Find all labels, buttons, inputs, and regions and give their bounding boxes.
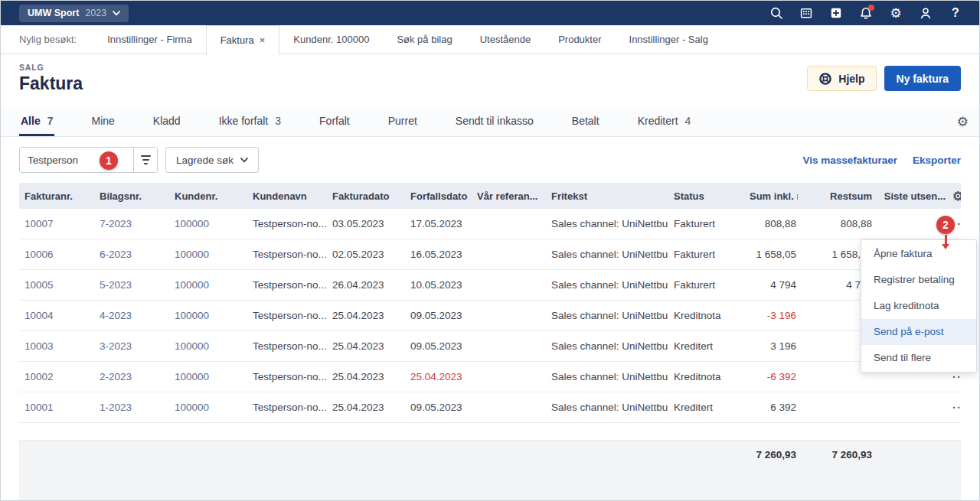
recent-item[interactable]: Utestående <box>466 25 545 54</box>
voucher-number-link[interactable]: 7-2023 <box>94 218 169 229</box>
customer-number-link[interactable]: 100000 <box>169 402 247 413</box>
recent-item[interactable]: Kundenr. 100000 <box>279 25 383 54</box>
col-kundenr[interactable]: Kundenr. <box>169 190 247 202</box>
context-menu-item[interactable]: Send til flere <box>861 345 976 371</box>
mass-invoices-link[interactable]: Vis massefakturaer <box>802 155 897 166</box>
recent-item[interactable]: Faktura × <box>206 25 280 54</box>
status-badge: Kreditert <box>668 402 744 413</box>
voucher-number-link[interactable]: 5-2023 <box>94 279 169 291</box>
status-badge: Kreditnota <box>668 371 744 382</box>
table-row[interactable]: 10004 4-2023 100000 Testperson-no... 25.… <box>19 301 961 331</box>
invoice-number-link[interactable]: 10007 <box>19 218 94 229</box>
tabs-settings-gear-icon[interactable]: ⚙ <box>957 114 969 130</box>
customer-number-link[interactable]: 100000 <box>169 218 247 229</box>
table-row[interactable]: 10001 1-2023 100000 Testperson-no... 25.… <box>19 392 961 423</box>
help-button-label: Hjelp <box>838 73 864 85</box>
topbar: UMW Sport 2023 ⚙ ? <box>1 1 979 25</box>
due-date: 17.05.2023 <box>405 218 472 229</box>
export-link[interactable]: Eksporter <box>913 155 961 166</box>
customer-number-link[interactable]: 100000 <box>169 279 247 291</box>
customer-number-link[interactable]: 100000 <box>169 310 247 321</box>
help-icon[interactable]: ? <box>946 3 965 23</box>
status-tab[interactable]: Kreditert 4 <box>636 108 693 136</box>
row-actions-ellipsis-icon[interactable]: ··· <box>947 402 961 414</box>
voucher-number-link[interactable]: 6-2023 <box>94 249 169 260</box>
context-menu-item[interactable]: Åpne faktura <box>861 241 976 267</box>
status-tab[interactable]: Ikke forfalt 3 <box>217 108 283 136</box>
invoice-number-link[interactable]: 10001 <box>19 402 94 413</box>
status-tab[interactable]: Purret <box>387 108 419 136</box>
table-row[interactable]: 10003 3-2023 100000 Testperson-no... 25.… <box>19 331 961 362</box>
sum-incl-vat: -3 196 <box>744 310 798 321</box>
status-tab[interactable]: Mine <box>90 108 116 136</box>
customer-number-link[interactable]: 100000 <box>169 371 247 382</box>
sum-incl-vat: 1 658,05 <box>744 249 798 260</box>
status-tab[interactable]: Betalt <box>570 108 601 136</box>
help-button[interactable]: Hjelp <box>807 66 876 91</box>
customer-number-link[interactable]: 100000 <box>169 249 247 260</box>
status-tab-label: Forfalt <box>319 115 350 127</box>
col-bilagsnr[interactable]: Bilagsnr. <box>94 190 169 202</box>
table-row[interactable]: 10005 5-2023 100000 Testperson-no... 26.… <box>19 270 961 301</box>
voucher-number-link[interactable]: 1-2023 <box>94 402 169 413</box>
user-profile-icon[interactable] <box>916 3 936 23</box>
sum-incl-vat: 6 392 <box>744 402 798 413</box>
col-var-referanse[interactable]: Vår referan... <box>472 190 546 202</box>
context-menu-item[interactable]: Lag kreditnota <box>861 293 976 319</box>
status-tab-count: 7 <box>47 115 54 127</box>
invoice-number-link[interactable]: 10006 <box>19 249 94 260</box>
voucher-number-link[interactable]: 3-2023 <box>94 340 169 352</box>
table-row[interactable]: 10002 2-2023 100000 Testperson-no... 25.… <box>19 362 961 392</box>
col-fakturadato[interactable]: Fakturadato <box>327 190 405 202</box>
recent-item[interactable]: Innstillinger - Salg <box>616 25 722 54</box>
context-menu-item[interactable]: Send på e-post <box>861 319 976 345</box>
table-settings-gear-icon[interactable]: ⚙ <box>947 189 961 203</box>
table-row[interactable]: 10006 6-2023 100000 Testperson-no... 02.… <box>19 239 961 270</box>
invoice-date: 25.04.2023 <box>327 402 405 413</box>
due-date: 09.05.2023 <box>405 310 472 321</box>
col-restsum[interactable]: Restsum <box>798 190 874 202</box>
fiscal-year: 2023 <box>85 8 106 18</box>
col-sum-inkl[interactable]: Sum inkl. m... <box>744 190 798 202</box>
saved-searches-label: Lagrede søk <box>176 155 234 166</box>
table-gap <box>19 423 961 440</box>
recent-item[interactable]: Søk på bilag <box>383 25 466 54</box>
notifications-icon[interactable] <box>856 3 876 23</box>
recent-item[interactable]: Produkter <box>544 25 615 54</box>
context-menu-item[interactable]: Registrer betaling <box>861 267 976 293</box>
filter-icon[interactable] <box>133 148 157 172</box>
saved-searches-dropdown[interactable]: Lagrede søk <box>165 147 259 173</box>
search-icon[interactable] <box>766 3 786 23</box>
col-forfallsdato[interactable]: Forfallsdato <box>405 190 472 202</box>
status-tab[interactable]: Alle 7 <box>19 108 54 136</box>
table-row[interactable]: 10007 7-2023 100000 Testperson-no... 03.… <box>19 209 961 239</box>
invoice-number-link[interactable]: 10002 <box>19 371 94 382</box>
status-tab-label: Purret <box>388 115 417 127</box>
invoice-number-link[interactable]: 10004 <box>19 310 94 321</box>
col-kundenavn[interactable]: Kundenavn <box>247 190 327 202</box>
settings-gear-icon[interactable]: ⚙ <box>886 3 906 23</box>
create-new-icon[interactable] <box>826 3 846 23</box>
app-root: UMW Sport 2023 ⚙ ? Nyl <box>0 0 980 501</box>
invoice-number-link[interactable]: 10005 <box>19 279 94 291</box>
status-tab[interactable]: Forfalt <box>318 108 351 136</box>
col-fakturanr[interactable]: Fakturanr. <box>19 190 94 202</box>
customer-number-link[interactable]: 100000 <box>169 340 247 352</box>
recent-item-label: Utestående <box>480 34 531 45</box>
invoice-date: 02.05.2023 <box>327 249 405 260</box>
new-invoice-button[interactable]: Ny faktura <box>884 66 961 91</box>
close-icon[interactable]: × <box>260 34 266 46</box>
status-tab[interactable]: Sendt til inkasso <box>454 108 535 136</box>
recent-item[interactable]: Innstillinger - Firma <box>93 25 206 54</box>
col-status[interactable]: Status <box>668 190 744 202</box>
invoice-number-link[interactable]: 10003 <box>19 340 94 352</box>
voucher-number-link[interactable]: 2-2023 <box>94 371 169 382</box>
recent-item-label: Kundenr. 100000 <box>293 34 369 45</box>
voucher-number-link[interactable]: 4-2023 <box>94 310 169 321</box>
col-fritekst[interactable]: Fritekst <box>546 190 668 202</box>
col-siste-utsendelse[interactable]: Siste utsen... <box>874 190 947 202</box>
company-selector[interactable]: UMW Sport 2023 <box>19 5 129 22</box>
total-sum-incl-vat: 7 260,93 <box>744 449 798 501</box>
status-tab[interactable]: Kladd <box>152 108 182 136</box>
company-directory-icon[interactable] <box>796 3 816 23</box>
